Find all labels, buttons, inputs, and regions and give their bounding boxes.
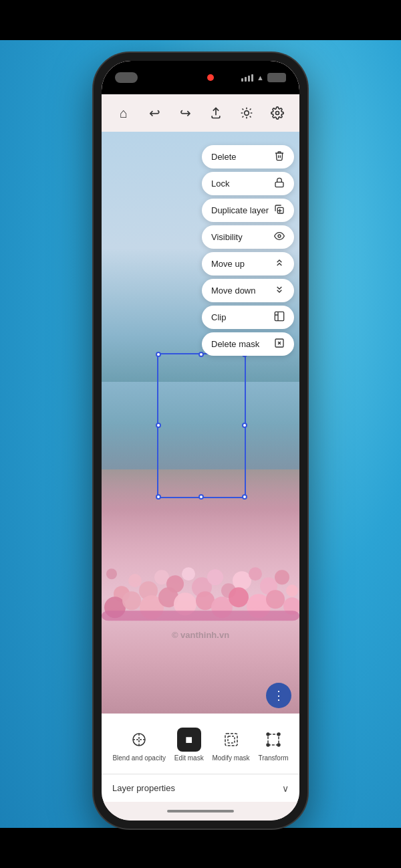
light-button[interactable] (235, 101, 259, 125)
svg-point-0 (245, 111, 249, 116)
move-down-label: Move down (211, 286, 255, 296)
blend-opacity-icon (127, 728, 151, 752)
more-options-button[interactable]: ⋮ (266, 683, 291, 708)
clip-button[interactable]: Clip (202, 306, 294, 329)
svg-point-52 (267, 733, 269, 736)
svg-point-54 (267, 744, 269, 746)
delete-mask-label: Delete mask (211, 339, 259, 349)
edit-mask-tool[interactable]: ■ Edit mask (174, 728, 204, 762)
svg-rect-49 (225, 734, 237, 746)
context-menu: Delete Lock (202, 145, 294, 356)
svg-point-43 (278, 235, 281, 237)
blend-opacity-tool[interactable]: Blend and opacity (112, 728, 166, 762)
delete-mask-button[interactable]: Delete mask (202, 332, 294, 356)
lock-button[interactable]: Lock (202, 172, 294, 195)
svg-rect-50 (228, 736, 235, 743)
canvas-area: Delete Lock (102, 132, 299, 714)
svg-point-13 (128, 574, 142, 587)
clip-icon (274, 311, 285, 324)
edit-mask-icon: ■ (177, 728, 201, 752)
svg-rect-38 (102, 611, 299, 621)
svg-line-8 (250, 109, 251, 110)
svg-line-7 (243, 116, 244, 118)
svg-point-36 (266, 590, 285, 609)
layer-properties-bar[interactable]: Layer properties ∨ (102, 774, 299, 802)
lock-icon (274, 177, 285, 190)
signal-bars (241, 74, 253, 82)
edit-mask-label: Edit mask (174, 754, 204, 762)
modify-mask-label: Modify mask (212, 754, 249, 762)
chevron-down-icon: ∨ (282, 783, 289, 794)
transform-label: Transform (258, 754, 288, 762)
svg-point-53 (277, 733, 280, 736)
svg-line-6 (250, 116, 251, 118)
phone-wrapper: ▲ ⌂ ↩ ↪ (94, 53, 307, 829)
svg-point-9 (276, 112, 279, 115)
watermark: © vanthinh.vn (172, 630, 229, 640)
battery-icon (267, 73, 286, 82)
svg-point-23 (249, 567, 262, 580)
bottom-toolbar: Blend and opacity ■ Edit mask Modify mas… (102, 714, 299, 774)
status-left (115, 72, 138, 83)
undo-button[interactable]: ↩ (142, 101, 166, 125)
svg-point-26 (286, 584, 298, 596)
share-button[interactable] (204, 101, 228, 125)
svg-point-22 (233, 571, 251, 590)
sel-handle-bl[interactable] (156, 494, 161, 500)
duplicate-layer-icon (274, 204, 285, 217)
move-down-icon (274, 284, 285, 297)
svg-point-55 (277, 744, 280, 746)
svg-rect-39 (275, 182, 283, 187)
blend-opacity-label: Blend and opacity (112, 754, 166, 762)
svg-point-28 (122, 591, 141, 610)
status-pill-left (115, 72, 138, 83)
modify-mask-tool[interactable]: Modify mask (212, 728, 249, 762)
delete-mask-icon (274, 338, 285, 350)
svg-line-5 (243, 109, 244, 110)
lock-label: Lock (211, 179, 229, 189)
svg-point-34 (229, 587, 249, 607)
home-bar (167, 810, 234, 812)
clip-label: Clip (211, 312, 226, 322)
sel-handle-tl[interactable] (156, 352, 161, 357)
sel-handle-mr[interactable] (242, 423, 247, 428)
move-down-button[interactable]: Move down (202, 279, 294, 302)
transform-tool[interactable]: Transform (258, 728, 288, 762)
layer-properties-label: Layer properties (112, 783, 175, 793)
status-right: ▲ (241, 73, 286, 82)
delete-button[interactable]: Delete (202, 145, 294, 169)
visibility-button[interactable]: Visibility (202, 225, 294, 249)
app-toolbar: ⌂ ↩ ↪ (102, 94, 299, 132)
move-up-button[interactable]: Move up (202, 252, 294, 276)
svg-point-20 (207, 569, 223, 585)
signal-bar-3 (248, 76, 250, 82)
camera-dot (207, 74, 214, 81)
visibility-icon (274, 231, 285, 243)
svg-rect-44 (275, 312, 283, 320)
sel-handle-ml[interactable] (156, 423, 161, 428)
home-button[interactable]: ⌂ (112, 101, 136, 125)
svg-point-25 (275, 570, 289, 584)
status-bar: ▲ (102, 61, 299, 94)
wifi-icon: ▲ (257, 74, 264, 82)
visibility-label: Visibility (211, 232, 243, 242)
home-indicator (102, 802, 299, 821)
duplicate-layer-button[interactable]: Duplicate layer (202, 199, 294, 222)
dynamic-island (164, 68, 237, 88)
redo-button[interactable]: ↪ (173, 101, 197, 125)
signal-bar-1 (241, 78, 243, 82)
phone-screen: ▲ ⌂ ↩ ↪ (102, 61, 299, 821)
svg-rect-51 (268, 734, 279, 745)
selection-box (157, 353, 246, 499)
svg-point-14 (106, 568, 117, 579)
move-up-label: Move up (211, 259, 245, 269)
signal-bar-2 (245, 77, 247, 82)
svg-point-18 (182, 567, 195, 580)
delete-icon (274, 150, 285, 163)
settings-button[interactable] (265, 101, 289, 125)
sel-handle-bm[interactable] (198, 494, 204, 500)
three-dots-icon: ⋮ (273, 688, 285, 703)
modify-mask-icon (219, 728, 243, 752)
move-up-icon (274, 257, 285, 270)
signal-bar-4 (251, 74, 253, 82)
